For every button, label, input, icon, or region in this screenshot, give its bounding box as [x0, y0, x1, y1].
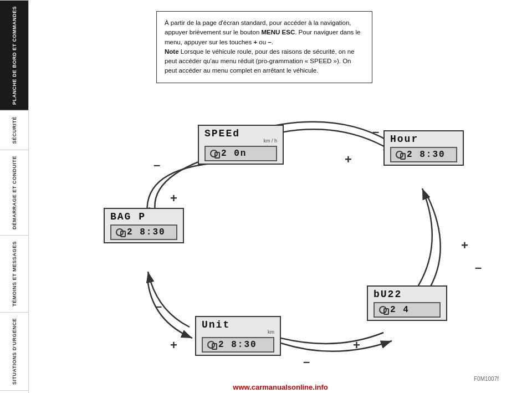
hour-row-text: 2 8:30: [407, 150, 446, 160]
label-plus-bottom-right: +: [353, 338, 360, 353]
info-note-text: Lorsque le véhicule roule, pour des rais…: [165, 48, 355, 74]
bagp-icon: [116, 228, 124, 236]
buzz-row-text: 2 4: [390, 305, 410, 315]
hour-icon: [396, 151, 403, 159]
speed-row-text: 2 0n: [221, 149, 247, 159]
sidebar-item-entretien[interactable]: ENTRETIEN DU VÉHICULE: [0, 390, 28, 393]
main-content: À partir de la page d'écran standard, po…: [29, 0, 532, 393]
sidebar: PLANCHE DE BORD ET COMMANDES SÉCURITÉ DÉ…: [0, 0, 29, 393]
bagp-menu-box: BAG P 2 8:30: [104, 208, 184, 243]
buzz-menu-row: 2 4: [374, 302, 441, 318]
bagp-row-text: 2 8:30: [127, 227, 166, 237]
carmanuals-watermark: www.carmanualsonline.info: [29, 381, 532, 393]
sidebar-item-planche[interactable]: PLANCHE DE BORD ET COMMANDES: [0, 0, 28, 110]
speed-menu-row: 2 0n: [204, 146, 277, 161]
info-box: À partir de la page d'écran standard, po…: [156, 11, 372, 83]
hour-menu-row: 2 8:30: [390, 147, 457, 162]
label-plus-left: +: [170, 191, 177, 206]
unit-row-text: 2 8:30: [218, 340, 257, 350]
buzz-icon: [379, 306, 387, 314]
label-plus-top: +: [345, 152, 352, 167]
buzz-menu-title: bU22: [374, 289, 441, 300]
bagp-menu-row: 2 8:30: [110, 224, 177, 240]
label-minus-top-left: –: [154, 158, 160, 172]
info-note-label: Note: [165, 48, 179, 55]
speed-icon: [210, 150, 218, 157]
label-minus-top-right: –: [372, 125, 379, 139]
navigation-diagram: SPEEd km / h 2 0n Hour 2 8:30 BAG P: [57, 100, 511, 377]
buzz-menu-box: bU22 2 4: [367, 285, 447, 321]
unit-menu-box: Unit km 2 8:30: [195, 316, 281, 356]
hour-menu-box: Hour 2 8:30: [383, 130, 464, 166]
bagp-menu-title: BAG P: [110, 211, 177, 222]
hour-menu-title: Hour: [390, 134, 457, 145]
label-minus-right: –: [475, 261, 482, 275]
label-plus-right-top: +: [461, 238, 468, 253]
unit-menu-title: Unit: [202, 319, 274, 330]
label-minus-bottom-right: –: [303, 355, 310, 369]
sidebar-item-temoins[interactable]: TÉMOINS ET MESSAGES: [0, 235, 28, 312]
speed-menu-box: SPEEd km / h 2 0n: [198, 125, 284, 165]
label-plus-bottom-left: +: [170, 338, 177, 353]
label-minus-bottom-left: –: [155, 299, 162, 314]
sidebar-item-demarrage[interactable]: DÉMARRAGE ET CONDUITE: [0, 150, 28, 235]
info-menu-esc: MENU ESC: [262, 29, 295, 35]
unit-icon: [207, 341, 215, 349]
unit-menu-row: 2 8:30: [202, 337, 274, 353]
speed-menu-title: SPEEd: [204, 128, 277, 139]
sidebar-item-securite[interactable]: SÉCURITÉ: [0, 110, 28, 150]
sidebar-item-situations[interactable]: SITUATIONS D'URGENCE: [0, 312, 28, 390]
